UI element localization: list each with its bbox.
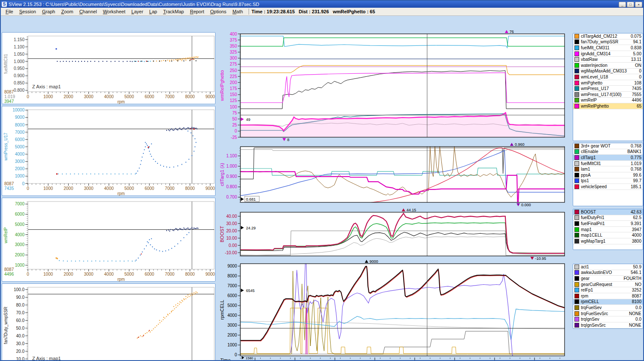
- channel-row-map1[interactable]: map13947: [573, 227, 643, 233]
- channel-row-tps1[interactable]: tps199.7: [573, 178, 643, 184]
- menu-item-layer[interactable]: Layer: [128, 8, 146, 15]
- channel-row-awkwJustinEVO[interactable]: awkwJustinEVO546.1: [573, 270, 643, 276]
- scatter-plot-wmRelP[interactable]: 7000600050004000300020001000010002000300…: [2, 198, 216, 282]
- time-plot-wmRelPghetto[interactable]: 4003753503253002752502252001751501251007…: [218, 30, 572, 141]
- menu-item-trackmap[interactable]: TrackMap: [160, 8, 187, 15]
- channel-row-wgMapMaxAdd_CM313[interactable]: wgMapMaxAdd_CM3130: [573, 69, 643, 75]
- svg-text:1.100: 1.100: [14, 45, 24, 49]
- channel-row-ignAdd_CM314[interactable]: ignAdd_CM3145.00: [573, 51, 643, 57]
- channel-row-wmRelPghetto[interactable]: wmRelPghetto65: [573, 103, 643, 109]
- menu-item-lap[interactable]: Lap: [146, 8, 160, 15]
- channel-row-fuelMltCll1[interactable]: fuelMltCll11.019: [573, 161, 643, 167]
- channel-row-gearCutRequest[interactable]: gearCutRequestNO: [573, 282, 643, 288]
- channel-row-trqIgnSevSrc[interactable]: trqIgnSevSrcNONE: [573, 322, 643, 328]
- svg-text:8000: 8000: [185, 94, 195, 99]
- menu-item-worksheet[interactable]: Worksheet: [100, 8, 128, 15]
- channel-row-vehicleSpeed[interactable]: vehicleSpeed185.1: [573, 184, 643, 190]
- channel-row-3rd+ gear WOT[interactable]: 3rd+ gear WOT0.768: [573, 143, 643, 149]
- svg-text:76: 76: [510, 30, 514, 34]
- channel-row-fuelDutyPri1[interactable]: fuelDutyPri162.5: [573, 215, 643, 221]
- channel-color-swatch: [574, 45, 579, 50]
- menu-item-options[interactable]: Options: [207, 8, 229, 15]
- cursor-values: 80874496: [4, 267, 14, 277]
- menu-item-zoom[interactable]: Zoom: [58, 8, 76, 15]
- channel-row-cllTargAdd_CM212[interactable]: cllTargAdd_CM2120.075: [573, 33, 643, 39]
- channel-row-trqIgnSev[interactable]: trqIgnSev0.0: [573, 316, 643, 322]
- svg-text:7000: 7000: [165, 272, 175, 277]
- channel-name: waterInjection: [581, 63, 635, 68]
- channel-list-panel-1: cllTargAdd_CM2120.075fan7Duty_wmpSSR94.1…: [573, 33, 643, 141]
- channel-row-trqFuelSev[interactable]: trqFuelSev0.0: [573, 305, 643, 311]
- channel-color-swatch: [574, 104, 579, 108]
- channel-row-wmPghetto[interactable]: wmPghetto108: [573, 80, 643, 86]
- close-button[interactable]: ×: [635, 2, 642, 7]
- menu-item-math[interactable]: Math: [229, 8, 246, 15]
- channel-value: 50.9: [633, 265, 641, 269]
- channel-color-swatch: [574, 227, 579, 232]
- svg-text:4000: 4000: [104, 186, 114, 191]
- channel-row-rpmCELL[interactable]: rpmCELL8100: [573, 299, 643, 305]
- channel-row-lam1[interactable]: lam10.768: [573, 166, 643, 172]
- channel-row-trqFuelSevSrc[interactable]: trqFuelSevSrcNONE: [573, 311, 643, 317]
- channel-row-wmPress_U17-f(100)[interactable]: wmPress_U17-f(100)7555: [573, 92, 643, 98]
- scatter-canvas: 7000600050004000300020001000010002000300…: [2, 198, 216, 282]
- menu-item-graph[interactable]: Graph: [39, 8, 58, 15]
- svg-text:5000: 5000: [125, 94, 134, 99]
- channel-row-relFp1[interactable]: relFp13252: [573, 287, 643, 293]
- svg-text:300: 300: [230, 56, 237, 60]
- channel-name: act1: [581, 265, 633, 269]
- channel-color-swatch: [574, 294, 579, 298]
- svg-text:Z Axis : map1: Z Axis : map1: [32, 356, 61, 361]
- channel-value: 99.7: [633, 178, 641, 183]
- minimize-button[interactable]: _: [619, 2, 626, 7]
- time-plot-cllTarg1 (λ)[interactable]: 1.1001.0000.9000.8000.700cllTarg1 (λ)0.9…: [218, 141, 572, 208]
- menu-item-report[interactable]: Report: [187, 8, 207, 15]
- svg-text:0: 0: [27, 94, 29, 99]
- channel-row-fuelMlt_CM311[interactable]: fuelMlt_CM3110.838: [573, 45, 643, 51]
- scatter-plot-fuelMltCll1[interactable]: 1.1501.1001.0501.0000.9500.9000.8500.800…: [2, 32, 216, 104]
- svg-text:100.0: 100.0: [14, 287, 24, 292]
- menu-item-file[interactable]: File: [3, 8, 16, 15]
- channel-row-fan7Duty_wmpSSR[interactable]: fan7Duty_wmpSSR94.1: [573, 39, 643, 45]
- channel-value: 0.0: [635, 305, 641, 310]
- channel-name: 3rd+ gear WOT: [581, 144, 631, 148]
- channel-row-vbatRaw[interactable]: vbatRaw13.11: [573, 57, 643, 63]
- channel-row-rpm[interactable]: rpm8087: [573, 293, 643, 299]
- time-plot-BOOST[interactable]: 40.0030.0020.0010.000.00-10.00BOOST44.15…: [218, 208, 572, 260]
- svg-text:30.00: 30.00: [226, 221, 237, 226]
- svg-text:150: 150: [230, 92, 237, 97]
- menu-item-session[interactable]: Session: [16, 8, 39, 15]
- channel-row-wmRelP[interactable]: wmRelP4496: [573, 98, 643, 104]
- channel-row-cllEnable[interactable]: cllEnableBANK1: [573, 149, 643, 155]
- svg-text:50: 50: [232, 117, 237, 121]
- scatter-plot-fan7Duty_wmpSSR[interactable]: 100.090.080.070.060.050.040.030.020.010.…: [2, 283, 216, 361]
- scatter-plot-wmPress_U17[interactable]: 1000090008000700060005000400030002000100…: [2, 106, 216, 196]
- channel-row-wmLevel_U18[interactable]: wmLevel_U180: [573, 74, 643, 80]
- channel-row-map1CELL[interactable]: map1CELL4000: [573, 232, 643, 238]
- channel-color-swatch: [574, 265, 579, 269]
- svg-text:350: 350: [230, 44, 237, 48]
- channel-value: 7435: [632, 86, 641, 91]
- channel-row-BOOST[interactable]: BOOST42.63: [573, 209, 643, 215]
- channel-name: cllTargAdd_CM212: [581, 34, 631, 39]
- svg-text:25: 25: [232, 123, 237, 127]
- channel-color-swatch: [574, 184, 579, 189]
- svg-text:rpm: rpm: [117, 277, 125, 282]
- channel-row-cllTarg1[interactable]: cllTarg10.775: [573, 155, 643, 161]
- channel-row-wgMapTarg1[interactable]: wgMapTarg13800: [573, 238, 643, 244]
- channel-row-act1[interactable]: act150.9: [573, 264, 643, 270]
- channel-row-waterInjection[interactable]: waterInjectionON: [573, 63, 643, 69]
- channel-row-gear[interactable]: gearFOURTH: [573, 276, 643, 282]
- svg-text:6000: 6000: [145, 186, 155, 191]
- svg-text:4000: 4000: [104, 272, 114, 277]
- channel-row-fuelFinalPri1[interactable]: fuelFinalPri19.391: [573, 221, 643, 227]
- channel-row-ppsA[interactable]: ppsA99.6: [573, 172, 643, 178]
- channel-name: wmRelP: [581, 98, 632, 102]
- channel-row-wmPress_U17[interactable]: wmPress_U177435: [573, 86, 643, 92]
- channel-color-swatch: [574, 276, 579, 281]
- svg-text:rpm: rpm: [117, 191, 125, 196]
- maximize-button[interactable]: □: [627, 2, 634, 7]
- time-plot-rpmCELL[interactable]: 9000800070006000500040003000200010000rpm…: [218, 260, 572, 358]
- menu-separator: [249, 9, 249, 15]
- menu-item-channel[interactable]: Channel: [76, 8, 100, 15]
